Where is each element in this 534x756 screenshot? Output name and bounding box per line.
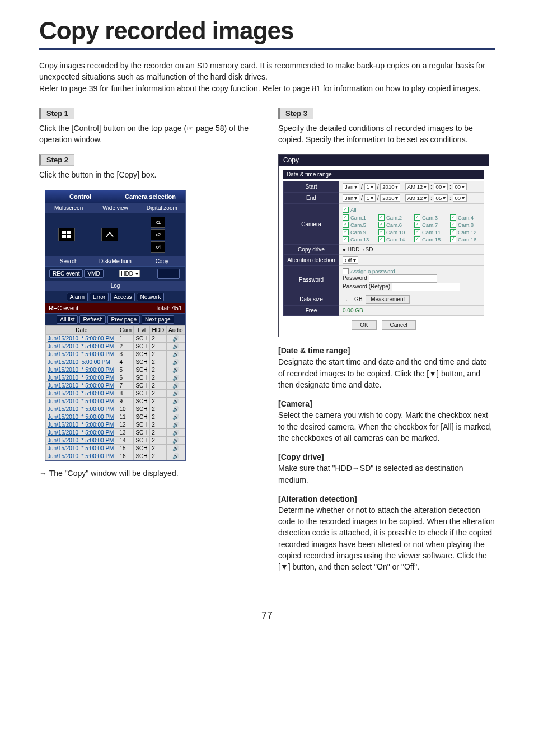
- table-row[interactable]: Jun/15/2010 * 5:00:00 PM1SCH2🔊: [46, 334, 185, 342]
- alarm-button[interactable]: Alarm: [67, 293, 88, 301]
- row-date[interactable]: Jun/15/2010 * 5:00:00 PM: [46, 374, 118, 381]
- cancel-button[interactable]: Cancel: [382, 320, 416, 330]
- free-label: Free: [284, 306, 339, 316]
- ok-button[interactable]: OK: [352, 320, 376, 330]
- camera-checkbox[interactable]: ✓Cam.8: [450, 222, 480, 228]
- alteration-select[interactable]: Off ▾: [343, 256, 358, 264]
- start-year-select[interactable]: 2010▾: [380, 183, 400, 190]
- start-ampm-select[interactable]: AM 12▾: [405, 183, 429, 190]
- table-row[interactable]: Jun/15/2010 * 5:00:00 PM15SCH2🔊: [46, 444, 185, 452]
- password-retype-input[interactable]: [392, 283, 460, 291]
- end-ampm-select[interactable]: AM 12▾: [405, 194, 429, 202]
- zoom-x1-button[interactable]: x1: [151, 217, 165, 228]
- row-date[interactable]: Jun/15/2010 * 5:00:00 PM: [46, 405, 118, 413]
- row-audio: 🔊: [166, 350, 185, 358]
- password-input[interactable]: [369, 274, 437, 283]
- end-month-select[interactable]: Jan▾: [343, 194, 359, 202]
- camera-checkbox[interactable]: ✓Cam.7: [414, 222, 444, 228]
- end-day-select[interactable]: 1▾: [364, 194, 376, 202]
- multiscreen-icon[interactable]: [58, 228, 75, 241]
- row-date[interactable]: Jun/15/2010 * 5:00:00 PM: [46, 421, 118, 428]
- all-checkbox[interactable]: ✓All: [343, 207, 357, 213]
- network-button[interactable]: Network: [137, 293, 164, 301]
- table-row[interactable]: Jun/15/2010 * 5:00:00 PM8SCH2🔊: [46, 389, 185, 397]
- vmd-button[interactable]: VMD: [84, 269, 103, 278]
- error-button[interactable]: Error: [90, 293, 109, 301]
- page-number: 77: [39, 610, 495, 622]
- row-date[interactable]: Jun/15/2010 * 5:00:00 PM: [46, 397, 118, 405]
- camera-checkbox[interactable]: ✓Cam.10: [378, 229, 409, 235]
- row-evt: SCH: [134, 366, 150, 374]
- access-button[interactable]: Access: [110, 293, 135, 301]
- end-year-select[interactable]: 2010▾: [380, 194, 400, 202]
- table-row[interactable]: Jun/15/2010 * 5:00:00 PM10SCH2🔊: [46, 405, 185, 413]
- camera-checkbox[interactable]: ✓Cam.15: [414, 236, 444, 242]
- row-date[interactable]: Jun/15/2010 * 5:00:00 PM: [46, 366, 118, 374]
- table-row[interactable]: Jun/15/2010 * 5:00:00 PM2SCH2🔊: [46, 342, 185, 350]
- camera-checkbox[interactable]: ✓Cam.6: [378, 222, 409, 228]
- row-date[interactable]: Jun/15/2010 * 5:00:00 PM: [46, 452, 118, 460]
- disk-medium-select[interactable]: HDD▾: [119, 270, 140, 277]
- row-date[interactable]: Jun/15/2010 * 5:00:00 PM: [46, 436, 118, 444]
- camera-checkbox[interactable]: ✓Cam.3: [414, 214, 444, 221]
- copy-drive-heading: [Copy drive]: [278, 452, 495, 461]
- row-date[interactable]: Jun/15/2010 * 5:00:00 PM: [46, 428, 118, 436]
- table-row[interactable]: Jun/15/2010 * 5:00:00 PM12SCH2🔊: [46, 421, 185, 428]
- camera-checkbox[interactable]: ✓Cam.13: [343, 236, 373, 242]
- copy-drive-value[interactable]: ● HDD→SD: [339, 244, 484, 254]
- svg-point-4: [109, 232, 110, 233]
- start-sec-select[interactable]: 00▾: [453, 183, 467, 190]
- table-row[interactable]: Jun/15/2010 5:00:00 PM4SCH2🔊: [46, 358, 185, 366]
- zoom-x2-button[interactable]: x2: [151, 229, 165, 240]
- end-min-select[interactable]: 05▾: [434, 194, 448, 202]
- start-day-select[interactable]: 1▾: [364, 183, 376, 190]
- camera-checkbox[interactable]: ✓Cam.12: [450, 229, 480, 235]
- camera-checkbox[interactable]: ✓Cam.14: [378, 236, 409, 242]
- prev-page-button[interactable]: Prev page: [107, 315, 140, 324]
- table-row[interactable]: Jun/15/2010 * 5:00:00 PM3SCH2🔊: [46, 350, 185, 358]
- row-date[interactable]: Jun/15/2010 * 5:00:00 PM: [46, 334, 118, 342]
- row-hdd: 2: [150, 421, 166, 428]
- refresh-button[interactable]: Refresh: [79, 315, 106, 324]
- table-row[interactable]: Jun/15/2010 * 5:00:00 PM5SCH2🔊: [46, 366, 185, 374]
- row-date[interactable]: Jun/15/2010 * 5:00:00 PM: [46, 389, 118, 397]
- table-row[interactable]: Jun/15/2010 * 5:00:00 PM13SCH2🔊: [46, 428, 185, 436]
- row-evt: SCH: [134, 428, 150, 436]
- start-month-select[interactable]: Jan▾: [343, 183, 359, 190]
- col-cam: Cam: [118, 325, 134, 334]
- camera-checkbox[interactable]: ✓Cam.4: [450, 214, 480, 221]
- row-audio: 🔊: [166, 444, 185, 452]
- camera-checkbox[interactable]: ✓Cam.2: [378, 214, 409, 221]
- table-row[interactable]: Jun/15/2010 * 5:00:00 PM9SCH2🔊: [46, 397, 185, 405]
- step2-text: Click the button in the [Copy] box.: [39, 169, 256, 180]
- copy-button[interactable]: [157, 269, 180, 279]
- camera-checkbox[interactable]: ✓Cam.11: [414, 229, 444, 235]
- camera-checkbox[interactable]: ✓Cam.9: [343, 229, 373, 235]
- row-date[interactable]: Jun/15/2010 * 5:00:00 PM: [46, 413, 118, 421]
- table-row[interactable]: Jun/15/2010 * 5:00:00 PM7SCH2🔊: [46, 381, 185, 389]
- next-page-button[interactable]: Next page: [142, 315, 174, 324]
- svg-rect-1: [67, 231, 71, 234]
- camera-checkbox[interactable]: ✓Cam.5: [343, 222, 373, 228]
- table-row[interactable]: Jun/15/2010 * 5:00:00 PM16SCH2🔊: [46, 452, 185, 460]
- wideview-icon[interactable]: [101, 228, 118, 241]
- measurement-button[interactable]: Measurement: [366, 295, 410, 304]
- end-sec-select[interactable]: 00▾: [453, 194, 467, 202]
- all-list-button[interactable]: All list: [57, 315, 78, 324]
- start-min-select[interactable]: 00▾: [434, 183, 448, 190]
- table-row[interactable]: Jun/15/2010 * 5:00:00 PM6SCH2🔊: [46, 374, 185, 381]
- row-date[interactable]: Jun/15/2010 * 5:00:00 PM: [46, 350, 118, 358]
- row-cam: 1: [118, 334, 134, 342]
- row-date[interactable]: Jun/15/2010 5:00:00 PM: [46, 358, 118, 366]
- table-row[interactable]: Jun/15/2010 * 5:00:00 PM14SCH2🔊: [46, 436, 185, 444]
- table-row[interactable]: Jun/15/2010 * 5:00:00 PM11SCH2🔊: [46, 413, 185, 421]
- row-date[interactable]: Jun/15/2010 * 5:00:00 PM: [46, 342, 118, 350]
- row-date[interactable]: Jun/15/2010 * 5:00:00 PM: [46, 381, 118, 389]
- row-date[interactable]: Jun/15/2010 * 5:00:00 PM: [46, 444, 118, 452]
- assign-password-checkbox[interactable]: ✓Assign a password: [343, 268, 395, 274]
- camera-checkbox[interactable]: ✓Cam.1: [343, 214, 373, 221]
- zoom-x4-button[interactable]: x4: [151, 241, 165, 253]
- camera-checkbox[interactable]: ✓Cam.16: [450, 236, 480, 242]
- rec-event-search-button[interactable]: REC event: [49, 269, 83, 278]
- row-hdd: 2: [150, 436, 166, 444]
